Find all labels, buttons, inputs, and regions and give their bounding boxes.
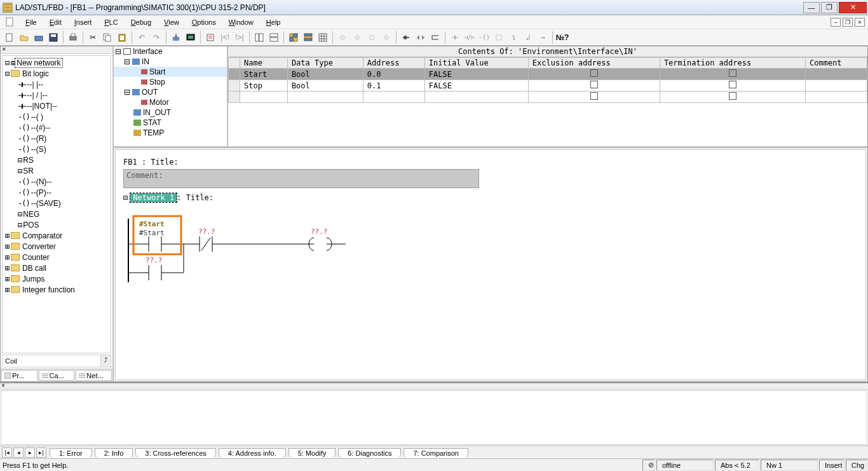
paste-button[interactable] (115, 31, 129, 44)
ladder-editor[interactable]: FB1 : Title: Comment: ⊟ Network 1 : Titl… (115, 149, 866, 380)
bitlogic-folder[interactable]: Bit logic (21, 69, 49, 78)
output-tab-compare[interactable]: 7: Comparison (403, 448, 468, 458)
palette-item[interactable]: POS (22, 221, 39, 229)
menu-file[interactable]: File (19, 17, 43, 28)
in-folder[interactable]: IN (142, 57, 149, 66)
monitor-button[interactable] (184, 31, 198, 44)
palette-tree[interactable]: ⊟⊞New network ⊟Bit logic ⊣⊢--| |-- ⊣⊢--|… (2, 55, 111, 353)
col-term[interactable]: Termination address (660, 58, 805, 69)
tree-expander[interactable]: ⊟ (115, 47, 121, 56)
stat-folder[interactable]: STAT (143, 118, 161, 127)
palette-folder[interactable]: DB call (21, 264, 46, 273)
output-tab-diag[interactable]: 6: Diagnostics (338, 448, 401, 458)
palette-item[interactable]: RS (22, 156, 34, 165)
output-close[interactable] (0, 383, 868, 390)
ladder-diagram[interactable]: #Start #Start ??.? ??.? (123, 206, 479, 289)
insert-network-button[interactable] (399, 31, 413, 44)
branch-close-button[interactable]: ↲ (521, 31, 535, 44)
network-expander[interactable]: ⊟ (123, 193, 128, 202)
menu-window[interactable]: Window (222, 17, 260, 28)
palette-item[interactable]: --(P)-- (30, 188, 51, 197)
palette-folder[interactable]: Converter (21, 242, 56, 251)
out-folder[interactable]: OUT (142, 88, 158, 97)
menu-help[interactable]: Help (260, 17, 287, 28)
table-row-empty[interactable] (229, 92, 867, 103)
sym-3-button[interactable] (365, 31, 379, 44)
palette-search-clear[interactable]: ⤴ (100, 355, 111, 367)
palette-item[interactable]: --| |-- (25, 80, 43, 89)
tree-expander[interactable]: ⊞ (4, 285, 11, 294)
checkbox[interactable] (590, 92, 598, 100)
insert-contact-button[interactable] (414, 31, 428, 44)
palette-item[interactable]: NEG (22, 210, 39, 219)
checkbox[interactable] (729, 81, 736, 88)
catalog-1-button[interactable] (287, 31, 301, 44)
restore-button[interactable]: ❐ (821, 2, 837, 13)
minimize-button[interactable]: — (803, 2, 820, 13)
output-tab-error[interactable]: 1: Error (50, 448, 92, 458)
table-row[interactable]: StartBool0.0FALSE (229, 69, 867, 80)
temp-folder[interactable]: TEMP (143, 128, 164, 137)
tree-expander[interactable]: ⊞ (4, 231, 11, 240)
menu-view[interactable]: View (158, 17, 186, 28)
insert-branch-button[interactable] (428, 31, 442, 44)
ref-button[interactable] (203, 31, 217, 44)
tree-expander[interactable]: ⊞ (4, 242, 11, 251)
save-online-button[interactable] (32, 31, 46, 44)
palette-folder[interactable]: Comparator (21, 231, 62, 240)
goto-next-button[interactable]: !>| (233, 31, 247, 44)
col-excl[interactable]: Exclusion address (528, 58, 660, 69)
col-name[interactable]: Name (240, 58, 288, 69)
output-tab-modify[interactable]: 5: Modify (288, 448, 336, 458)
checkbox[interactable] (729, 92, 736, 100)
checkbox[interactable] (590, 81, 598, 88)
palette-item[interactable]: --| / |-- (25, 91, 47, 100)
goto-prev-button[interactable]: |<! (218, 31, 232, 44)
download-button[interactable] (169, 31, 183, 44)
col-init[interactable]: Initial Value (424, 58, 528, 69)
network-title-suffix[interactable]: : Title: (177, 193, 214, 202)
menu-options[interactable]: Options (186, 17, 222, 28)
fb-title[interactable]: FB1 : Title: (123, 158, 858, 167)
palette-item[interactable]: --( ) (30, 113, 43, 121)
menu-plc[interactable]: PLC (98, 17, 124, 28)
coil-button[interactable]: -() (477, 31, 491, 44)
tree-expander[interactable]: ⊟ (124, 88, 130, 97)
palette-item[interactable]: --(SAVE) (30, 199, 61, 208)
no-contact-button[interactable]: ⊣⊢ (448, 31, 462, 44)
tab-program[interactable]: Pr... (1, 370, 37, 381)
undo-button[interactable]: ↶ (135, 31, 149, 44)
catalog-3-button[interactable] (316, 31, 330, 44)
palette-search-input[interactable] (3, 355, 100, 367)
open-button[interactable] (17, 31, 31, 44)
cut-button[interactable]: ✂ (86, 31, 100, 44)
sym-1-button[interactable] (336, 31, 349, 44)
col-comment[interactable]: Comment (806, 58, 867, 69)
table-row[interactable]: StopBool0.1FALSE (229, 80, 867, 92)
nc-contact-button[interactable]: ⊣/⊢ (463, 31, 477, 44)
tab-network[interactable]: Net... (76, 370, 112, 381)
palette-close[interactable] (1, 46, 112, 54)
checkbox[interactable] (729, 69, 736, 77)
close-button[interactable]: ✕ (839, 2, 867, 13)
catalog-2-button[interactable] (301, 31, 315, 44)
tree-expander[interactable]: ⊟ (124, 57, 130, 66)
redo-button[interactable]: ↷ (149, 31, 163, 44)
tree-expander[interactable]: ⊞ (4, 264, 11, 273)
new-network-item[interactable]: New network (15, 58, 62, 68)
var-item[interactable]: Start (149, 67, 165, 76)
mdi-restore[interactable]: ❐ (843, 18, 853, 27)
palette-item[interactable]: --|NOT|-- (25, 102, 57, 111)
output-tab-xref[interactable]: 3: Cross-references (135, 448, 216, 458)
var-item[interactable]: Motor (149, 98, 169, 107)
variable-table[interactable]: Name Data Type Address Initial Value Exc… (228, 57, 867, 103)
network-label[interactable]: Network 1 (130, 193, 177, 202)
palette-folder[interactable]: Counter (21, 253, 50, 262)
connection-button[interactable]: → (536, 31, 550, 44)
col-type[interactable]: Data Type (287, 58, 363, 69)
tab-nav-first[interactable]: |◂ (2, 447, 12, 458)
palette-item[interactable]: --(S) (30, 145, 46, 154)
tree-expander[interactable]: ⊞ (4, 253, 11, 262)
help-button[interactable]: №? (555, 31, 569, 44)
mdi-close[interactable]: × (855, 18, 865, 27)
